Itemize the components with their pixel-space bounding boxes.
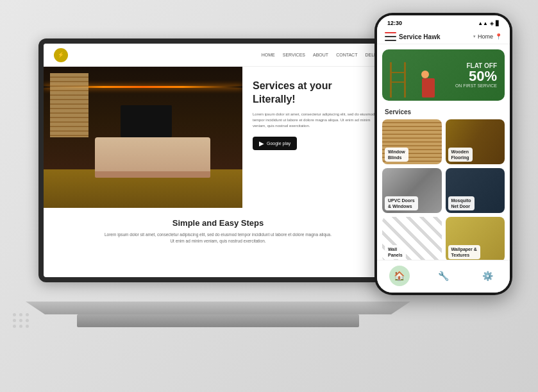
services-grid: WindowBlinds WoodenFlooring UPVC Doors& … <box>377 119 510 262</box>
nav-services[interactable]: SERVICES <box>283 53 305 58</box>
nav-contact[interactable]: CONTACT <box>336 53 357 58</box>
services-section-header: Services <box>377 106 510 119</box>
service-card-wallpaper[interactable]: Wallpaper &Textures <box>446 217 505 262</box>
laptop-bottom-section: Simple and Easy Steps Lorem ipsum dolor … <box>44 208 392 255</box>
hamburger-icon[interactable] <box>385 32 396 41</box>
nav-about[interactable]: ABOUT <box>313 53 328 58</box>
laptop-steps-text-line2: Ut enim ad minim veniam, quis nostrud ex… <box>170 239 265 243</box>
phone-logo-area: Service Hawk <box>385 32 441 41</box>
worker-figure <box>419 78 432 98</box>
location-pin-icon: 📍 <box>495 33 502 40</box>
laptop-hero: Services at your Literally! Lorem ipsum … <box>44 67 392 208</box>
window-blinds-label: WindowBlinds <box>385 148 408 162</box>
room-blinds <box>50 73 88 137</box>
banner-percent: 50% <box>455 69 497 83</box>
mosquito-label: MosquitoNet Door <box>448 196 475 210</box>
service-card-mosquito[interactable]: MosquitoNet Door <box>446 168 505 213</box>
laptop-navbar: ⚡ HOME SERVICES ABOUT CONTACT DELHI ▾ <box>44 44 392 67</box>
bottom-nav-services[interactable]: 🔧 <box>433 266 454 286</box>
decorative-dots-left <box>13 313 29 328</box>
hero-content: Services at your Literally! Lorem ipsum … <box>242 67 392 208</box>
room-tv <box>121 105 172 137</box>
laptop-device: ⚡ HOME SERVICES ABOUT CONTACT DELHI ▾ <box>38 38 410 353</box>
status-icons: ▲▲ ◈ ▊ <box>478 21 500 26</box>
google-play-button[interactable]: ▶ Google play <box>253 137 297 150</box>
laptop-steps-text: Lorem ipsum dolor sit amet, consectetur … <box>54 232 382 245</box>
google-play-label: Google play <box>267 141 290 146</box>
banner-illustration <box>390 53 435 98</box>
worker-head <box>421 71 429 78</box>
laptop-steps-text-line1: Lorem ipsum dolor sit amet, consectetur … <box>105 232 332 237</box>
laptop-screen-border: ⚡ HOME SERVICES ABOUT CONTACT DELHI ▾ <box>38 38 398 282</box>
hero-image <box>44 67 242 208</box>
hero-title-line2: Literally! <box>253 94 296 105</box>
banner-text: FLAT OFF 50% ON FIRST SERVICE <box>455 62 497 88</box>
laptop-foot <box>77 314 359 327</box>
wall-panels-label: WallPanels <box>385 245 406 259</box>
bottom-nav-home[interactable]: 🏠 <box>389 266 410 286</box>
location-arrow-icon: ▾ <box>473 34 476 39</box>
hero-title-line1: Services at your <box>253 80 332 91</box>
phone-status-bar: 12:30 ▲▲ ◈ ▊ <box>377 15 510 30</box>
phone-brand: Service Hawk <box>399 33 441 40</box>
nav-home[interactable]: HOME <box>262 53 275 58</box>
signal-icon: ▲▲ <box>478 21 488 26</box>
hero-body-text: Lorem ipsum dolor sit amet, consectetur … <box>253 112 382 129</box>
wooden-flooring-label: WoodenFlooring <box>448 148 473 162</box>
ladder-icon <box>390 62 406 98</box>
status-time: 12:30 <box>387 20 402 26</box>
phone-device: 12:30 ▲▲ ◈ ▊ Service Hawk <box>374 13 512 295</box>
laptop-logo: ⚡ <box>54 48 68 62</box>
laptop-nav-links: HOME SERVICES ABOUT CONTACT DELHI ▾ <box>262 53 382 58</box>
upvc-label: UPVC Doors& Windows <box>385 196 418 210</box>
battery-icon: ▊ <box>496 21 500 26</box>
hero-title: Services at your Literally! <box>253 80 382 107</box>
banner-flat-label: FLAT OFF <box>455 62 497 69</box>
scene: ⚡ HOME SERVICES ABOUT CONTACT DELHI ▾ <box>0 0 538 392</box>
laptop-screen: ⚡ HOME SERVICES ABOUT CONTACT DELHI ▾ <box>44 44 392 277</box>
bottom-nav-settings[interactable]: ⚙️ <box>478 266 498 286</box>
wifi-icon: ◈ <box>490 21 494 26</box>
phone-location[interactable]: ▾ Home 📍 <box>473 33 502 40</box>
service-card-upvc[interactable]: UPVC Doors& Windows <box>382 168 442 213</box>
worker-body <box>422 78 435 98</box>
phone-bottom-nav: 🏠 🔧 ⚙️ <box>377 260 510 293</box>
play-icon: ▶ <box>259 140 264 147</box>
wallpaper-label: Wallpaper &Textures <box>448 245 480 259</box>
laptop-base <box>26 302 410 314</box>
laptop-steps-title: Simple and Easy Steps <box>54 218 382 228</box>
service-card-wall-panels[interactable]: WallPanels <box>382 217 442 262</box>
phone-header: Service Hawk ▾ Home 📍 <box>377 30 510 44</box>
phone-banner: FLAT OFF 50% ON FIRST SERVICE <box>382 49 505 101</box>
room-sofa <box>95 137 210 173</box>
service-card-wooden-flooring[interactable]: WoodenFlooring <box>446 119 505 164</box>
location-label: Home <box>478 33 493 40</box>
banner-sub-label: ON FIRST SERVICE <box>455 83 497 88</box>
phone-screen: 12:30 ▲▲ ◈ ▊ Service Hawk <box>377 15 510 293</box>
service-card-window-blinds[interactable]: WindowBlinds <box>382 119 442 164</box>
